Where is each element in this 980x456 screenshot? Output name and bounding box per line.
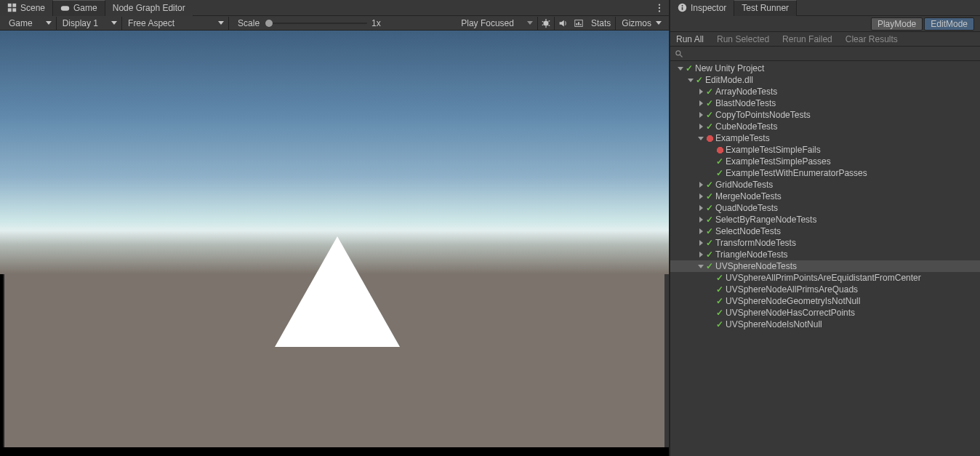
run-selected-button[interactable]: Run Selected xyxy=(714,34,772,44)
caret-icon xyxy=(218,21,224,25)
pass-icon: ✓ xyxy=(715,156,724,167)
tab-scene[interactable]: Scene xyxy=(0,0,52,16)
test-label: ExampleTestWithEnumeratorPasses xyxy=(724,168,867,178)
stats-icon[interactable] xyxy=(571,17,587,30)
pass-icon: ✓ xyxy=(715,319,724,329)
chevron-down-icon[interactable] xyxy=(696,263,705,269)
test-tree-row[interactable]: ✓UVSphereNodeAllPrimsAreQuads xyxy=(670,284,980,295)
test-label: TransformNodeTests xyxy=(714,238,796,248)
play-focused-dropdown[interactable]: Play Focused xyxy=(455,17,537,30)
test-label: ExampleTests xyxy=(714,133,770,143)
test-tree-row[interactable]: ✓New Unity Project xyxy=(670,63,980,74)
test-tree-row[interactable]: ✓UVSphereAllPrimPointsAreEquidistantFrom… xyxy=(670,272,980,284)
test-tree-row[interactable]: ✓TransformNodeTests xyxy=(670,237,980,249)
test-tree-row[interactable]: ✓CubeNodeTests xyxy=(670,121,980,132)
scale-value: 1x xyxy=(367,18,390,28)
svg-point-15 xyxy=(682,5,683,7)
mute-icon[interactable] xyxy=(555,17,571,30)
left-tab-bar: Scene Game Node Graph Editor xyxy=(0,0,669,16)
svg-rect-12 xyxy=(580,23,582,25)
search-icon xyxy=(675,49,683,58)
chevron-right-icon[interactable] xyxy=(696,193,705,199)
chevron-right-icon[interactable] xyxy=(696,124,705,129)
chevron-down-icon[interactable] xyxy=(676,65,685,71)
info-icon xyxy=(678,3,687,12)
chevron-right-icon[interactable] xyxy=(696,100,705,106)
svg-point-6 xyxy=(659,7,660,8)
chevron-down-icon[interactable] xyxy=(686,77,695,83)
test-label: QuadNodeTests xyxy=(714,203,778,213)
stats-button[interactable]: Stats xyxy=(587,17,615,30)
action-bar: Run All Run Selected Rerun Failed Clear … xyxy=(670,32,980,47)
pass-icon: ✓ xyxy=(715,308,724,318)
tab-node-graph-label: Node Graph Editor xyxy=(113,3,185,13)
pass-icon: ✓ xyxy=(705,226,714,236)
test-tree-row[interactable]: ✓UVSphereNodeIsNotNull xyxy=(670,319,980,330)
chevron-right-icon[interactable] xyxy=(696,252,705,257)
chevron-right-icon[interactable] xyxy=(696,217,705,223)
test-tree-row[interactable]: ✓MergeNodeTests xyxy=(670,191,980,202)
tab-game[interactable]: Game xyxy=(52,0,105,16)
tab-menu-icon[interactable] xyxy=(654,3,664,13)
test-label: UVSphereNodeIsNotNull xyxy=(724,319,822,329)
pass-icon: ✓ xyxy=(705,180,714,190)
test-tree-row[interactable]: ✓ArrayNodeTests xyxy=(670,86,980,97)
tab-test-runner[interactable]: Test Runner xyxy=(734,0,797,16)
pass-icon: ✓ xyxy=(705,98,714,108)
game-dropdown[interactable]: Game xyxy=(3,17,56,30)
editmode-button[interactable]: EditMode xyxy=(924,17,974,31)
test-label: GridNodeTests xyxy=(714,180,773,190)
test-tree-row[interactable]: ✓UVSphereNodeGeometryIsNotNull xyxy=(670,295,980,307)
test-tree-row[interactable]: ExampleTestSimpleFails xyxy=(670,144,980,156)
test-label: New Unity Project xyxy=(694,63,764,73)
test-tree-row[interactable]: ✓ExampleTestSimplePasses xyxy=(670,156,980,167)
run-all-button[interactable]: Run All xyxy=(673,34,707,44)
debug-icon[interactable] xyxy=(538,17,554,30)
aspect-dropdown-label: Free Aspect xyxy=(128,18,174,28)
display-dropdown[interactable]: Display 1 xyxy=(57,17,121,30)
chevron-right-icon[interactable] xyxy=(696,205,705,211)
search-bar[interactable] xyxy=(670,47,980,61)
test-label: CubeNodeTests xyxy=(714,121,777,132)
scale-slider[interactable] xyxy=(265,17,367,30)
tab-node-graph[interactable]: Node Graph Editor xyxy=(105,0,193,16)
test-tree-row[interactable]: ✓BlastNodeTests xyxy=(670,97,980,109)
test-tree-row[interactable]: ✓EditMode.dll xyxy=(670,74,980,86)
playmode-button[interactable]: PlayMode xyxy=(871,17,923,31)
test-tree-row[interactable]: ✓UVSphereNodeTests xyxy=(670,260,980,272)
chevron-right-icon[interactable] xyxy=(696,228,705,234)
test-tree-row[interactable]: ExampleTests xyxy=(670,132,980,144)
aspect-dropdown[interactable]: Free Aspect xyxy=(122,17,228,30)
scale-label: Scale xyxy=(229,18,265,28)
gizmos-label: Gizmos xyxy=(622,18,651,28)
test-tree-row[interactable]: ✓TriangleNodeTests xyxy=(670,249,980,260)
game-icon xyxy=(60,4,70,13)
tab-inspector[interactable]: Inspector xyxy=(670,0,734,16)
test-tree-row[interactable]: ✓QuadNodeTests xyxy=(670,202,980,214)
tab-test-runner-label: Test Runner xyxy=(742,3,789,13)
test-tree-row[interactable]: ✓ExampleTestWithEnumeratorPasses xyxy=(670,167,980,179)
test-tree-row[interactable]: ✓SelectByRangeNodeTests xyxy=(670,214,980,225)
chevron-down-icon[interactable] xyxy=(696,135,705,141)
display-dropdown-label: Display 1 xyxy=(63,18,98,28)
pass-icon: ✓ xyxy=(695,75,704,85)
test-tree-row[interactable]: ✓CopyToPointsNodeTests xyxy=(670,109,980,121)
fail-icon xyxy=(705,135,714,142)
test-tree-row[interactable]: ✓UVSphereNodeHasCorrectPoints xyxy=(670,307,980,319)
game-viewport[interactable] xyxy=(0,31,669,456)
chevron-right-icon[interactable] xyxy=(696,112,705,118)
chevron-right-icon[interactable] xyxy=(696,182,705,188)
pass-icon: ✓ xyxy=(705,238,714,248)
test-tree-row[interactable]: ✓GridNodeTests xyxy=(670,179,980,191)
chevron-right-icon[interactable] xyxy=(696,89,705,95)
pass-icon: ✓ xyxy=(705,215,714,225)
play-focused-label: Play Focused xyxy=(461,18,514,28)
gizmos-dropdown[interactable]: Gizmos xyxy=(616,17,666,30)
chevron-right-icon[interactable] xyxy=(696,240,705,246)
test-tree[interactable]: ✓New Unity Project✓EditMode.dll✓ArrayNod… xyxy=(670,61,980,456)
editmode-label: EditMode xyxy=(931,19,968,29)
slider-thumb[interactable] xyxy=(265,20,273,27)
rerun-failed-button[interactable]: Rerun Failed xyxy=(779,34,835,44)
test-tree-row[interactable]: ✓SelectNodeTests xyxy=(670,225,980,237)
clear-results-button[interactable]: Clear Results xyxy=(843,34,901,44)
